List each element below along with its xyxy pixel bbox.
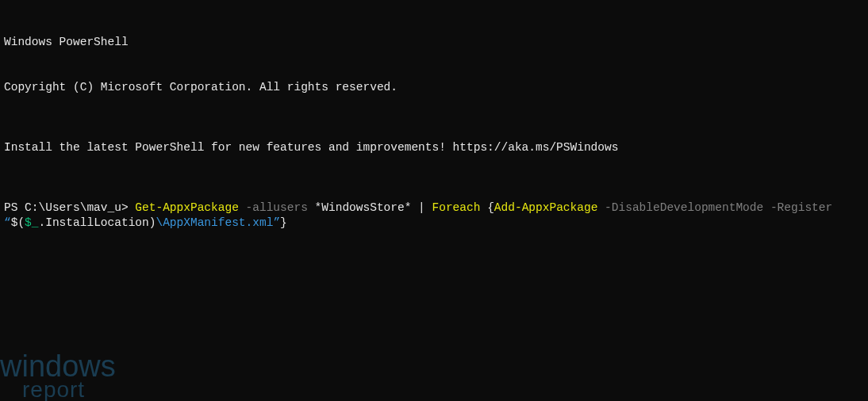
subexpr-open: $( bbox=[11, 216, 25, 229]
keyword-foreach: Foreach bbox=[432, 201, 481, 214]
cmdlet-get-appxpackage: Get-AppxPackage bbox=[135, 201, 239, 214]
prompt-prefix: PS C:\Users\mav_u> bbox=[4, 201, 135, 214]
brace-open: { bbox=[480, 201, 494, 214]
param-allusers: -allusers bbox=[239, 201, 308, 214]
banner-line-2: Copyright (C) Microsoft Corporation. All… bbox=[4, 80, 864, 95]
cmdlet-add-appxpackage: Add-AppxPackage bbox=[494, 201, 598, 214]
banner-line-1: Windows PowerShell bbox=[4, 35, 864, 50]
string-manifest: \AppXManifest.xml” bbox=[156, 216, 280, 229]
quote-open: “ bbox=[4, 216, 11, 229]
pipeline-var: $_ bbox=[25, 216, 38, 229]
powershell-terminal[interactable]: Windows PowerShell Copyright (C) Microso… bbox=[0, 0, 868, 250]
param-flags: -DisableDevelopmentMode -Register bbox=[597, 201, 839, 214]
brace-close: } bbox=[280, 216, 287, 229]
command-line[interactable]: PS C:\Users\mav_u> Get-AppxPackage -allu… bbox=[4, 200, 864, 231]
arg-windowsstore-pipe: *WindowsStore* | bbox=[308, 201, 432, 214]
member-installlocation: .InstallLocation bbox=[39, 216, 149, 229]
watermark-logo: windows report bbox=[0, 353, 116, 401]
install-message: Install the latest PowerShell for new fe… bbox=[4, 140, 864, 155]
watermark-top: windows bbox=[0, 353, 116, 380]
